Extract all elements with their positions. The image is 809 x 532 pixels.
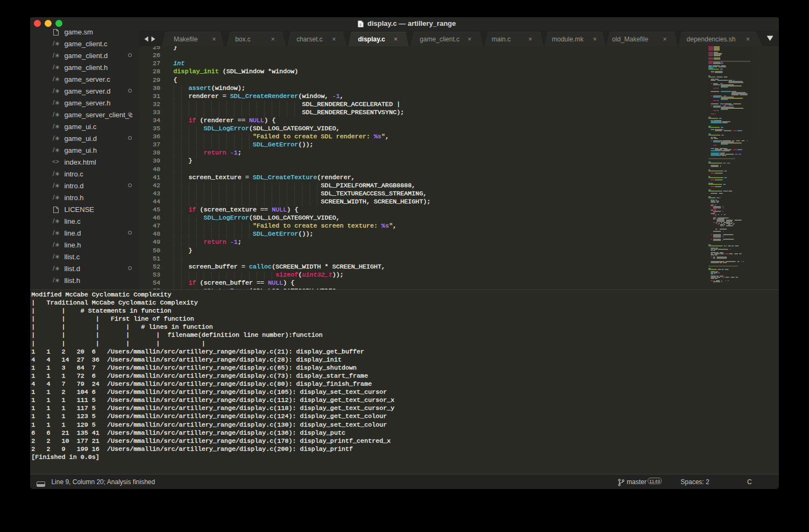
svg-text:c: c [359, 23, 361, 26]
